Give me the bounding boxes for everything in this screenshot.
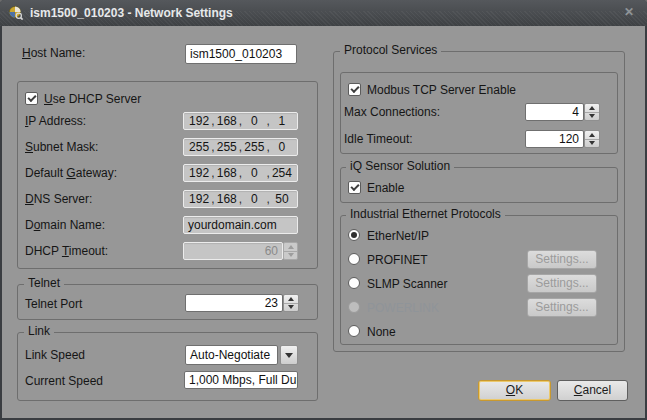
- telnet-port-spinner[interactable]: [283, 294, 299, 312]
- radio-none-label: None: [367, 326, 396, 339]
- app-icon: [8, 5, 24, 21]
- default-gateway-field[interactable]: 192,168,0,254: [183, 164, 298, 182]
- current-speed-label: Current Speed: [25, 375, 103, 388]
- link-speed-label: Link Speed: [25, 349, 85, 362]
- radio-slmp-scanner[interactable]: [348, 277, 360, 289]
- telnet-group-caption: Telnet: [24, 277, 64, 290]
- spin-up-button[interactable]: [585, 104, 599, 113]
- radio-powerlink-label: POWERLINK: [367, 302, 439, 315]
- dns-server-label: DNS Server:: [25, 193, 92, 206]
- link-group: [17, 332, 318, 401]
- idle-timeout-label: Idle Timeout:: [344, 133, 413, 146]
- domain-name-input[interactable]: yourdomain.com: [183, 216, 298, 234]
- dhcp-timeout-label: DHCP Timeout:: [25, 245, 108, 258]
- radio-slmp-scanner-label: SLMP Scanner: [367, 278, 448, 291]
- subnet-mask-field[interactable]: 255,255,255,0: [183, 138, 298, 156]
- max-connections-spinner[interactable]: [584, 103, 600, 121]
- current-speed-input[interactable]: 1,000 Mbps, Full Dup: [184, 371, 298, 389]
- host-name-label: Host Name:: [22, 47, 85, 60]
- network-settings-dialog: ism1500_010203 - Network Settings ✕ Host…: [0, 0, 647, 420]
- idle-timeout-spinner[interactable]: [584, 130, 600, 148]
- dhcp-timeout-spinner: [283, 242, 298, 260]
- window-title: ism1500_010203 - Network Settings: [30, 0, 233, 26]
- telnet-port-label: Telnet Port: [25, 298, 82, 311]
- radio-none[interactable]: [348, 325, 360, 337]
- settings-button-profinet: Settings...: [527, 250, 597, 269]
- ip-address-field[interactable]: 192,168,0,1: [183, 112, 298, 130]
- spin-up-button[interactable]: [585, 131, 599, 140]
- spin-down-button[interactable]: [284, 304, 298, 312]
- spin-up-button: [284, 243, 297, 252]
- idle-timeout-input[interactable]: 120: [525, 130, 584, 148]
- ok-button[interactable]: OK: [478, 380, 551, 401]
- ip-address-label: IP Address:: [25, 115, 86, 128]
- iq-enable-checkbox[interactable]: [348, 181, 361, 194]
- radio-ethernet-ip[interactable]: [348, 229, 360, 241]
- cancel-button[interactable]: Cancel: [557, 380, 628, 401]
- telnet-port-input[interactable]: 23: [185, 294, 283, 312]
- spin-down-button: [284, 252, 297, 260]
- use-dhcp-checkbox[interactable]: [25, 92, 38, 105]
- iq-sensor-caption: iQ Sensor Solution: [346, 160, 454, 173]
- max-connections-label: Max Connections:: [344, 106, 440, 119]
- dhcp-timeout-input: 60: [183, 242, 283, 260]
- use-dhcp-label: Use DHCP Server: [44, 93, 141, 106]
- modbus-enable-checkbox[interactable]: [348, 83, 361, 96]
- settings-button-powerlink: Settings...: [527, 298, 597, 317]
- link-group-caption: Link: [24, 325, 54, 338]
- subnet-mask-label: Subnet Mask:: [25, 141, 98, 154]
- max-connections-input[interactable]: 4: [525, 103, 584, 121]
- iq-enable-label: Enable: [367, 182, 404, 195]
- industrial-protocols-caption: Industrial Ethernet Protocols: [346, 208, 505, 221]
- close-icon[interactable]: ✕: [624, 0, 634, 26]
- chevron-down-icon: [285, 353, 293, 358]
- protocol-services-caption: Protocol Services: [340, 44, 441, 57]
- dns-server-field[interactable]: 192,168,0,50: [183, 190, 298, 208]
- radio-profinet-label: PROFINET: [367, 254, 428, 267]
- radio-ethernet-ip-label: EtherNet/IP: [367, 230, 429, 243]
- domain-name-label: Domain Name:: [25, 219, 105, 232]
- host-name-input[interactable]: ism1500_010203: [185, 44, 297, 64]
- default-gateway-label: Default Gateway:: [25, 167, 117, 180]
- link-speed-select[interactable]: Auto-Negotiate: [185, 345, 278, 365]
- settings-button-slmp: Settings...: [527, 274, 597, 293]
- title-bar[interactable]: ism1500_010203 - Network Settings ✕: [0, 0, 647, 26]
- radio-powerlink: [348, 301, 360, 313]
- radio-profinet[interactable]: [348, 253, 360, 265]
- modbus-enable-label: Modbus TCP Server Enable: [367, 84, 516, 97]
- spin-down-button[interactable]: [585, 113, 599, 121]
- spin-up-button[interactable]: [284, 295, 298, 304]
- link-speed-dropdown-button[interactable]: [280, 345, 298, 365]
- spin-down-button[interactable]: [585, 140, 599, 148]
